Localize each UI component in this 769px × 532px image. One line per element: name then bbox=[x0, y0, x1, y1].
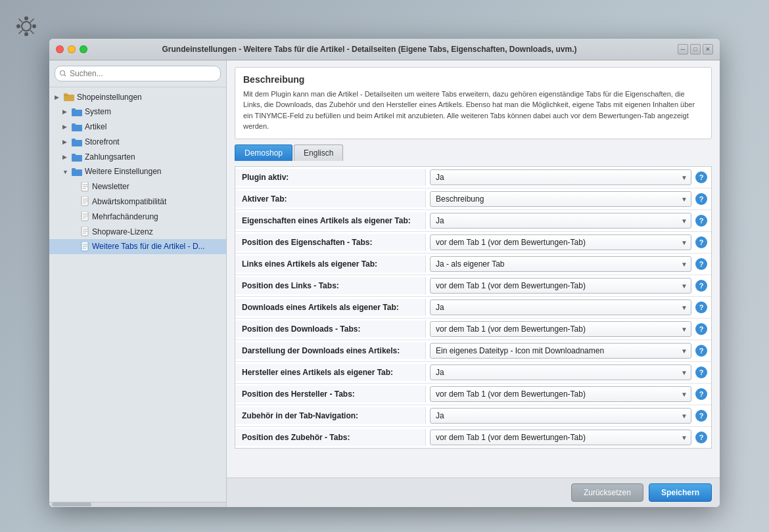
select-aktiver-tab[interactable]: BeschreibungEigenschaftenDownloads bbox=[430, 191, 691, 207]
help-button-downloads-tab[interactable]: ? bbox=[695, 301, 707, 313]
sidebar-scrollbar[interactable] bbox=[49, 502, 226, 507]
svg-point-1 bbox=[24, 16, 28, 20]
label-position-zubehoer: Position des Zubehör - Tabs: bbox=[235, 429, 426, 446]
sidebar-item-weitere-einstellungen[interactable]: ▼ Weitere Einstellungen bbox=[49, 164, 226, 179]
save-button[interactable]: Speichern bbox=[649, 483, 712, 502]
sidebar-item-storefront[interactable]: ▶ Storefront bbox=[49, 135, 226, 150]
select-position-zubehoer[interactable]: vor dem Tab 1 (vor dem Bewertungen-Tab) bbox=[430, 430, 691, 445]
control-aktiver-tab: BeschreibungEigenschaftenDownloads ▼ ? bbox=[426, 188, 711, 210]
label-position-eigenschaften: Position des Eigenschaften - Tabs: bbox=[235, 234, 426, 251]
sidebar-item-abwaertskompatibilitaet[interactable]: Abwärtskompatibilität bbox=[49, 194, 226, 210]
sidebar-label-weitere-einstellungen: Weitere Einstellungen bbox=[85, 166, 162, 177]
sidebar-item-mehrfachaenderung[interactable]: Mehrfachänderung bbox=[49, 210, 226, 225]
doc-icon bbox=[81, 196, 89, 207]
folder-icon bbox=[64, 93, 74, 101]
svg-rect-20 bbox=[72, 169, 82, 176]
control-downloads-tab: JaNein ▼ ? bbox=[426, 297, 711, 318]
sidebar-item-weitere-tabs[interactable]: Weitere Tabs für die Artikel - D... bbox=[49, 239, 226, 254]
sidebar-item-system[interactable]: ▶ System bbox=[49, 104, 226, 120]
search-input[interactable] bbox=[55, 66, 221, 81]
select-position-hersteller[interactable]: vor dem Tab 1 (vor dem Bewertungen-Tab) bbox=[430, 386, 691, 402]
help-button-aktiver-tab[interactable]: ? bbox=[695, 193, 707, 205]
sidebar-item-newsletter[interactable]: Newsletter bbox=[49, 179, 226, 194]
help-button-position-downloads[interactable]: ? bbox=[695, 323, 707, 335]
help-button-eigenschaften-tab[interactable]: ? bbox=[695, 215, 707, 227]
select-zubehoer-tab[interactable]: JaNein bbox=[430, 408, 691, 424]
form-table: Plugin aktiv: JaNein ▼ ? bbox=[235, 166, 712, 449]
form-row-links-tab: Links eines Artikels als eigener Tab: Ja… bbox=[235, 254, 711, 275]
select-hersteller-tab[interactable]: JaNein bbox=[430, 365, 691, 380]
control-darstellung-downloads: Ein eigenes Dateityp - Icon mit Download… bbox=[426, 340, 711, 361]
sidebar-item-shopeinstellungen[interactable]: ▶ Shopeinstellungen bbox=[49, 90, 226, 105]
tabs-row: Demoshop Englisch bbox=[235, 144, 712, 161]
select-wrapper: vor dem Tab 1 (vor dem Bewertungen-Tab) … bbox=[430, 386, 691, 402]
help-button-darstellung-downloads[interactable]: ? bbox=[695, 345, 707, 357]
close-button[interactable]: ✕ bbox=[703, 44, 713, 55]
help-button-plugin-aktiv[interactable]: ? bbox=[695, 171, 707, 183]
svg-point-2 bbox=[24, 32, 28, 36]
minimize-button[interactable]: ─ bbox=[678, 44, 688, 55]
maximize-button[interactable]: □ bbox=[690, 44, 701, 55]
form-row-position-eigenschaften: Position des Eigenschaften - Tabs: vor d… bbox=[235, 232, 711, 254]
desktop: Grundeinstellungen - Weitere Tabs für di… bbox=[0, 0, 769, 532]
label-aktiver-tab: Aktiver Tab: bbox=[235, 190, 426, 208]
svg-point-3 bbox=[16, 24, 20, 28]
select-position-downloads[interactable]: vor dem Tab 1 (vor dem Bewertungen-Tab) bbox=[430, 321, 691, 337]
tab-englisch[interactable]: Englisch bbox=[294, 144, 343, 161]
svg-rect-21 bbox=[72, 168, 76, 170]
folder-icon bbox=[72, 153, 82, 162]
help-button-zubehoer-tab[interactable]: ? bbox=[695, 410, 707, 422]
sidebar-label-abwaertskompatibilitaet: Abwärtskompatibilität bbox=[92, 196, 166, 208]
select-wrapper: vor dem Tab 1 (vor dem Bewertungen-Tab) … bbox=[430, 430, 691, 445]
expand-icon: ▶ bbox=[62, 153, 69, 162]
svg-rect-19 bbox=[72, 154, 76, 156]
help-button-position-links[interactable]: ? bbox=[695, 280, 707, 292]
sidebar-label-weitere-tabs: Weitere Tabs für die Artikel - D... bbox=[92, 241, 205, 252]
reset-button[interactable]: Zurücksetzen bbox=[571, 483, 643, 502]
sidebar-label-newsletter: Newsletter bbox=[92, 181, 129, 192]
maximize-traffic-light[interactable] bbox=[80, 45, 87, 53]
form-row-darstellung-downloads: Darstellung der Downloads eines Artikels… bbox=[235, 340, 711, 362]
svg-rect-14 bbox=[72, 125, 82, 131]
form-row-downloads-tab: Downloads eines Artikels als eigener Tab… bbox=[235, 297, 711, 319]
control-hersteller-tab: JaNein ▼ ? bbox=[426, 362, 711, 383]
control-position-hersteller: vor dem Tab 1 (vor dem Bewertungen-Tab) … bbox=[426, 384, 711, 405]
svg-rect-11 bbox=[64, 93, 68, 95]
select-position-links[interactable]: vor dem Tab 1 (vor dem Bewertungen-Tab) bbox=[430, 278, 691, 294]
minimize-traffic-light[interactable] bbox=[68, 45, 76, 53]
form-row-aktiver-tab: Aktiver Tab: BeschreibungEigenschaftenDo… bbox=[235, 188, 711, 210]
tab-demoshop[interactable]: Demoshop bbox=[235, 144, 292, 161]
sidebar-item-zahlungsarten[interactable]: ▶ Zahlungsarten bbox=[49, 150, 226, 165]
control-plugin-aktiv: JaNein ▼ ? bbox=[426, 167, 711, 188]
window-title: Grundeinstellungen - Weitere Tabs für di… bbox=[94, 45, 645, 54]
select-plugin-aktiv[interactable]: JaNein bbox=[430, 169, 691, 185]
svg-rect-13 bbox=[72, 108, 76, 110]
help-button-hersteller-tab[interactable]: ? bbox=[695, 366, 707, 378]
select-wrapper: Ein eigenes Dateityp - Icon mit Download… bbox=[430, 343, 691, 359]
sidebar-label-shopeinstellungen: Shopeinstellungen bbox=[77, 92, 142, 103]
app-icon bbox=[14, 14, 38, 38]
label-downloads-tab: Downloads eines Artikels als eigener Tab… bbox=[235, 299, 426, 316]
form-row-position-links: Position des Links - Tabs: vor dem Tab 1… bbox=[235, 275, 711, 297]
select-position-eigenschaften[interactable]: vor dem Tab 1 (vor dem Bewertungen-Tab) bbox=[430, 234, 691, 250]
select-links-tab[interactable]: Ja - als eigener TabNein bbox=[430, 256, 691, 272]
close-traffic-light[interactable] bbox=[56, 45, 64, 53]
doc-icon bbox=[81, 211, 89, 222]
svg-line-5 bbox=[19, 19, 23, 23]
select-darstellung-downloads[interactable]: Ein eigenes Dateityp - Icon mit Download… bbox=[430, 343, 691, 359]
sidebar-item-shopware-lizenz[interactable]: Shopware-Lizenz bbox=[49, 225, 226, 240]
form-row-position-zubehoer: Position des Zubehör - Tabs: vor dem Tab… bbox=[235, 427, 711, 448]
sidebar-item-artikel[interactable]: ▶ Artikel bbox=[49, 120, 226, 135]
help-button-position-eigenschaften[interactable]: ? bbox=[695, 236, 707, 248]
sidebar-label-system: System bbox=[85, 106, 111, 118]
help-button-links-tab[interactable]: ? bbox=[695, 258, 707, 270]
help-button-position-zubehoer[interactable]: ? bbox=[695, 432, 707, 443]
select-wrapper: Ja - als eigener TabNein ▼ bbox=[430, 256, 691, 272]
select-eigenschaften-tab[interactable]: JaNein bbox=[430, 213, 691, 229]
control-links-tab: Ja - als eigener TabNein ▼ ? bbox=[426, 254, 711, 275]
folder-icon bbox=[72, 123, 82, 131]
help-button-position-hersteller[interactable]: ? bbox=[695, 388, 707, 400]
titlebar-buttons: ─ □ ✕ bbox=[678, 44, 713, 55]
label-eigenschaften-tab: Eigenschaften eines Artikels als eigener… bbox=[235, 212, 426, 229]
select-downloads-tab[interactable]: JaNein bbox=[430, 299, 691, 315]
